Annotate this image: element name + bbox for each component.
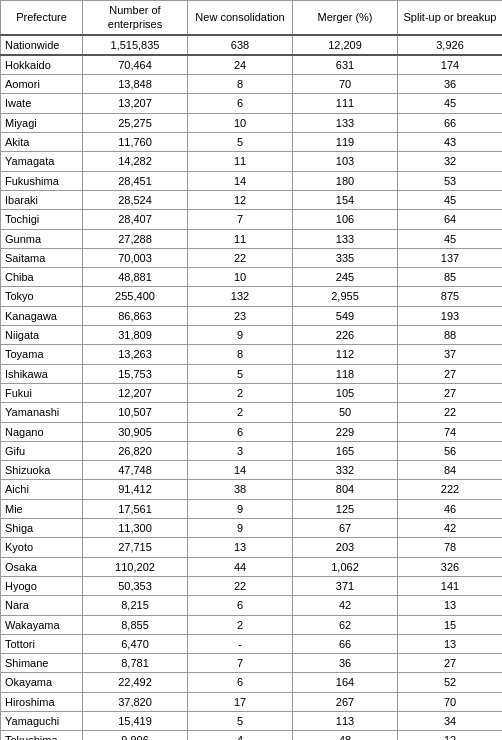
table-cell: 8 — [188, 345, 293, 364]
table-cell: 105 — [293, 383, 398, 402]
header-consolidation: New consolidation — [188, 1, 293, 35]
table-cell: 85 — [398, 268, 503, 287]
table-cell: 27 — [398, 383, 503, 402]
table-cell: 62 — [293, 615, 398, 634]
table-cell: 112 — [293, 345, 398, 364]
table-cell: 11 — [188, 152, 293, 171]
table-cell: 74 — [398, 422, 503, 441]
table-cell: 6 — [188, 94, 293, 113]
table-cell: 141 — [398, 576, 503, 595]
table-cell: 52 — [398, 673, 503, 692]
table-cell: 5 — [188, 364, 293, 383]
table-cell: 6,470 — [83, 634, 188, 653]
table-cell: 24 — [188, 55, 293, 75]
table-cell: 638 — [188, 35, 293, 55]
table-cell: 43 — [398, 133, 503, 152]
table-cell: 44 — [188, 557, 293, 576]
table-cell: 17 — [188, 692, 293, 711]
table-cell: Yamanashi — [1, 403, 83, 422]
table-cell: 119 — [293, 133, 398, 152]
table-cell: 13 — [188, 538, 293, 557]
table-cell: 110,202 — [83, 557, 188, 576]
table-cell: 5 — [188, 133, 293, 152]
header-enterprises: Number of enterprises — [83, 1, 188, 35]
table-cell: Nara — [1, 596, 83, 615]
table-cell: 50 — [293, 403, 398, 422]
table-cell: 14,282 — [83, 152, 188, 171]
table-cell: 631 — [293, 55, 398, 75]
table-cell: 2 — [188, 403, 293, 422]
table-cell: 332 — [293, 461, 398, 480]
table-cell: Toyama — [1, 345, 83, 364]
table-cell: 8,781 — [83, 654, 188, 673]
table-cell: 193 — [398, 306, 503, 325]
table-cell: Okayama — [1, 673, 83, 692]
table-cell: 15 — [398, 615, 503, 634]
table-cell: 267 — [293, 692, 398, 711]
table-cell: 118 — [293, 364, 398, 383]
table-cell: 46 — [398, 499, 503, 518]
table-cell: 48,881 — [83, 268, 188, 287]
table-cell: Tokushima — [1, 731, 83, 740]
table-cell: 70 — [293, 75, 398, 94]
table-cell: 14 — [188, 461, 293, 480]
table-cell: Ibaraki — [1, 190, 83, 209]
table-cell: 64 — [398, 210, 503, 229]
table-cell: 804 — [293, 480, 398, 499]
table-cell: Mie — [1, 499, 83, 518]
table-cell: 70,003 — [83, 248, 188, 267]
table-cell: 70 — [398, 692, 503, 711]
table-cell: 22,492 — [83, 673, 188, 692]
table-cell: 335 — [293, 248, 398, 267]
table-cell: 2 — [188, 383, 293, 402]
table-cell: 111 — [293, 94, 398, 113]
table-cell: Nagano — [1, 422, 83, 441]
table-cell: 28,451 — [83, 171, 188, 190]
table-cell: 222 — [398, 480, 503, 499]
table-cell: 1,515,835 — [83, 35, 188, 55]
table-cell: Shimane — [1, 654, 83, 673]
table-cell: 45 — [398, 229, 503, 248]
table-cell: 14 — [188, 171, 293, 190]
table-cell: Shizuoka — [1, 461, 83, 480]
table-cell: 86,863 — [83, 306, 188, 325]
table-cell: 13 — [398, 634, 503, 653]
table-cell: 4 — [188, 731, 293, 740]
table-cell: 31,809 — [83, 326, 188, 345]
table-cell: Kanagawa — [1, 306, 83, 325]
table-cell: 26,820 — [83, 441, 188, 460]
table-cell: 10,507 — [83, 403, 188, 422]
table-cell: 13,263 — [83, 345, 188, 364]
table-cell: 229 — [293, 422, 398, 441]
table-cell: 22 — [188, 248, 293, 267]
table-cell: Saitama — [1, 248, 83, 267]
table-cell: Chiba — [1, 268, 83, 287]
table-cell: 103 — [293, 152, 398, 171]
table-cell: Tochigi — [1, 210, 83, 229]
table-cell: 12 — [398, 731, 503, 740]
table-cell: 203 — [293, 538, 398, 557]
table-cell: 70,464 — [83, 55, 188, 75]
table-cell: 255,400 — [83, 287, 188, 306]
table-cell: 50,353 — [83, 576, 188, 595]
table-cell: 8,215 — [83, 596, 188, 615]
table-cell: Iwate — [1, 94, 83, 113]
table-cell: 11,760 — [83, 133, 188, 152]
table-cell: 17,561 — [83, 499, 188, 518]
table-cell: Tokyo — [1, 287, 83, 306]
table-cell: 154 — [293, 190, 398, 209]
table-cell: 37,820 — [83, 692, 188, 711]
table-cell: 27 — [398, 654, 503, 673]
table-cell: 66 — [398, 113, 503, 132]
table-cell: 6 — [188, 596, 293, 615]
table-cell: 53 — [398, 171, 503, 190]
table-cell: 875 — [398, 287, 503, 306]
table-cell: 133 — [293, 113, 398, 132]
table-cell: Gifu — [1, 441, 83, 460]
table-cell: 45 — [398, 190, 503, 209]
table-cell: 133 — [293, 229, 398, 248]
table-cell: Aichi — [1, 480, 83, 499]
table-cell: 7 — [188, 210, 293, 229]
table-cell: Gunma — [1, 229, 83, 248]
table-cell: 1,062 — [293, 557, 398, 576]
